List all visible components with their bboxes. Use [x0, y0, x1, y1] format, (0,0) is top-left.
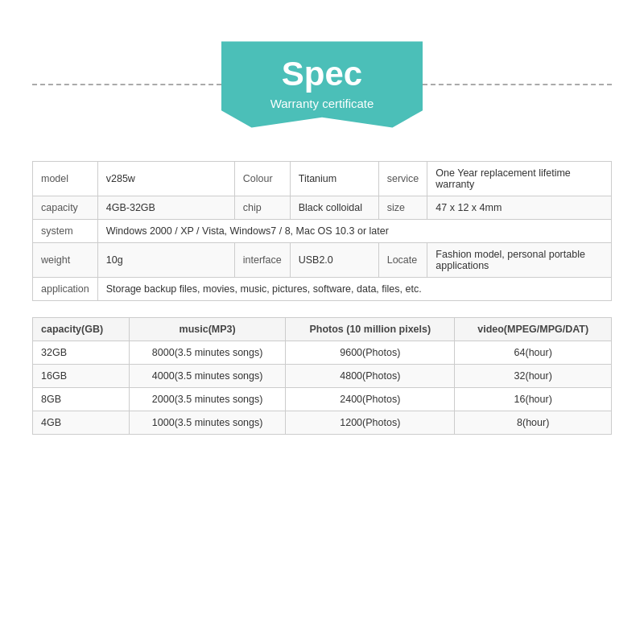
label-service: service [378, 162, 427, 196]
col-header-video: video(MPEG/MPG/DAT) [455, 318, 612, 341]
value-system: Windows 2000 / XP / Vista, Windows7 / 8,… [97, 220, 611, 243]
table-row: 8GB 2000(3.5 minutes songs) 2400(Photos)… [33, 388, 612, 411]
cell-capacity-32: 32GB [33, 341, 130, 365]
table-row: 16GB 4000(3.5 minutes songs) 4800(Photos… [33, 365, 612, 388]
label-locate: Locate [378, 243, 427, 278]
table-row: model v285w Colour Titanium service One … [33, 162, 612, 196]
cell-photos-16: 4800(Photos) [286, 365, 455, 388]
table-row: 4GB 1000(3.5 minutes songs) 1200(Photos)… [33, 411, 612, 435]
spec-table: model v285w Colour Titanium service One … [32, 161, 612, 301]
table-row: weight 10g interface USB2.0 Locate Fashi… [33, 243, 612, 278]
spec-table-container: model v285w Colour Titanium service One … [32, 161, 612, 301]
value-size: 47 x 12 x 4mm [427, 196, 612, 220]
label-size: size [378, 196, 427, 220]
value-chip: Black colloidal [290, 196, 378, 220]
cell-video-32: 64(hour) [455, 341, 612, 365]
spec-badge: Spec Warranty certificate [221, 41, 423, 127]
cell-video-16: 32(hour) [455, 365, 612, 388]
cell-capacity-8: 8GB [33, 388, 130, 411]
label-weight: weight [33, 243, 98, 278]
col-header-photos: Photos (10 million pixels) [286, 318, 455, 341]
label-system: system [33, 220, 98, 243]
label-capacity: capacity [33, 196, 98, 220]
value-service: One Year replacement lifetime warranty [427, 162, 612, 196]
value-model: v285w [97, 162, 234, 196]
cell-capacity-4: 4GB [33, 411, 130, 435]
label-application: application [33, 278, 98, 301]
value-application: Storage backup files, movies, music, pic… [97, 278, 611, 301]
table-row: capacity 4GB-32GB chip Black colloidal s… [33, 196, 612, 220]
value-weight: 10g [97, 243, 234, 278]
value-colour: Titanium [290, 162, 378, 196]
label-colour: Colour [234, 162, 290, 196]
spec-title: Spec [246, 56, 398, 93]
dashed-line-right [423, 84, 612, 85]
value-locate: Fashion model, personal portable applica… [427, 243, 612, 278]
label-model: model [33, 162, 98, 196]
capacity-table: capacity(GB) music(MP3) Photos (10 milli… [32, 317, 612, 435]
col-header-capacity: capacity(GB) [33, 318, 130, 341]
spec-subtitle: Warranty certificate [246, 97, 398, 110]
table-header-row: capacity(GB) music(MP3) Photos (10 milli… [33, 318, 612, 341]
cell-photos-8: 2400(Photos) [286, 388, 455, 411]
cell-video-4: 8(hour) [455, 411, 612, 435]
cell-capacity-16: 16GB [33, 365, 130, 388]
value-capacity: 4GB-32GB [97, 196, 234, 220]
cell-music-4: 1000(3.5 minutes songs) [130, 411, 286, 435]
capacity-table-container: capacity(GB) music(MP3) Photos (10 milli… [32, 317, 612, 435]
table-row: application Storage backup files, movies… [33, 278, 612, 301]
cell-photos-4: 1200(Photos) [286, 411, 455, 435]
page-container: Spec Warranty certificate model v285w Co… [0, 0, 644, 644]
cell-music-32: 8000(3.5 minutes songs) [130, 341, 286, 365]
cell-video-8: 16(hour) [455, 388, 612, 411]
label-chip: chip [234, 196, 290, 220]
label-interface: interface [234, 243, 290, 278]
table-row: system Windows 2000 / XP / Vista, Window… [33, 220, 612, 243]
header-section: Spec Warranty certificate [32, 32, 612, 137]
col-header-music: music(MP3) [130, 318, 286, 341]
table-row: 32GB 8000(3.5 minutes songs) 9600(Photos… [33, 341, 612, 365]
cell-music-8: 2000(3.5 minutes songs) [130, 388, 286, 411]
cell-music-16: 4000(3.5 minutes songs) [130, 365, 286, 388]
value-interface: USB2.0 [290, 243, 378, 278]
dashed-line-left [32, 84, 221, 85]
cell-photos-32: 9600(Photos) [286, 341, 455, 365]
